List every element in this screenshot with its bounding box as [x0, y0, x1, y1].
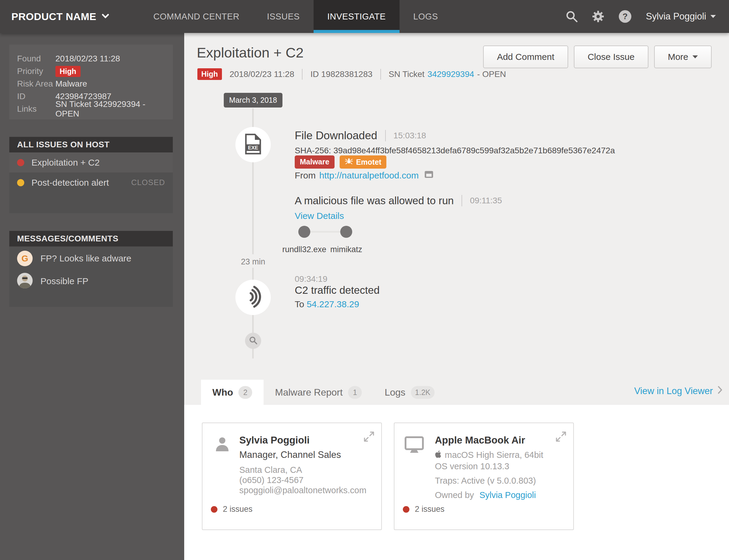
event-file-downloaded: File Downloaded 15:03:18	[295, 129, 426, 142]
user-menu[interactable]: Sylvia Poggioli	[646, 11, 716, 22]
divider	[380, 69, 381, 80]
process-chain: rundll32.exe mimikatz	[295, 226, 385, 256]
tab-logs[interactable]: Logs 1.2K	[373, 380, 446, 405]
nav-right: ? Sylvia Poggioli	[565, 0, 729, 33]
event-title: A malicious file was allowed to run	[295, 195, 454, 207]
comments-header: MESSAGES/COMMENTS	[9, 231, 173, 246]
person-location: Santa Clara, CA	[239, 465, 302, 475]
detail-row-links: Links SN Ticket 3429929394 - OPEN	[9, 103, 173, 115]
monitor-icon	[405, 436, 424, 454]
person-phone: (o650) 123-4567	[239, 475, 303, 485]
product-name: PRODUCT NAME	[11, 11, 96, 22]
expand-icon[interactable]	[555, 431, 567, 444]
event-malicious-run: A malicious file was allowed to run 09:1…	[295, 195, 502, 207]
process-node-mimikatz[interactable]	[340, 226, 352, 238]
issue-row-exploitation[interactable]: Exploitation + C2	[9, 152, 173, 172]
event-time: 09:11:35	[470, 196, 502, 205]
process-label: rundll32.exe	[282, 245, 326, 254]
product-menu[interactable]: PRODUCT NAME	[0, 0, 122, 33]
timeline-node-c2[interactable]	[235, 280, 271, 315]
avatar-photo	[17, 273, 33, 290]
process-label: mimikatz	[330, 245, 362, 254]
ticket-link[interactable]: 3429929394	[427, 69, 474, 79]
device-os: macOS High Sierra, 64bit	[445, 450, 543, 460]
severity-dot-red	[17, 159, 24, 166]
user-name: Sylvia Poggioli	[646, 11, 706, 22]
issues-count: 2 issues	[415, 505, 444, 514]
add-comment-button[interactable]: Add Comment	[483, 46, 568, 68]
source-url-link[interactable]: http://naturalpetfood.com	[319, 170, 419, 181]
event-time: 09:34:19	[295, 274, 327, 284]
action-buttons: Add Comment Close Issue More	[483, 46, 712, 68]
browser-window-icon[interactable]	[424, 170, 434, 181]
nav-item-logs[interactable]: LOGS	[400, 0, 452, 33]
comment-item[interactable]: G FP? Looks like adware	[9, 246, 173, 269]
tab-count-badge: 2	[238, 386, 252, 399]
download-source-row: From http://naturalpetfood.com	[295, 170, 434, 181]
divider	[385, 130, 386, 141]
issues-dot-red	[211, 506, 217, 513]
event-title: C2 traffic detected	[295, 284, 379, 296]
timeline-gap-label: 23 min	[241, 256, 265, 268]
device-owner-row: Owned by Sylvia Poggioli	[435, 490, 536, 500]
comments-panel: MESSAGES/COMMENTS G FP? Looks like adwar…	[9, 231, 173, 307]
help-icon[interactable]: ?	[618, 10, 632, 23]
issues-dot-red	[403, 506, 409, 513]
detail-tabs: Who 2 Malware Report 1 Logs 1.2K	[201, 380, 446, 405]
tab-malware-report[interactable]: Malware Report 1	[264, 380, 373, 405]
nav-item-command-center[interactable]: COMMAND CENTER	[140, 0, 253, 33]
view-details-link[interactable]: View Details	[295, 211, 344, 221]
page-title: Exploitation + C2	[197, 44, 304, 61]
nav-item-investigate[interactable]: INVESTIGATE	[314, 0, 400, 33]
divider	[302, 69, 303, 80]
magnifier-icon	[249, 336, 258, 346]
all-issues-panel: ALL ISSUES ON HOST Exploitation + C2 Pos…	[9, 137, 173, 213]
tab-who[interactable]: Who 2	[201, 380, 264, 405]
chevron-down-icon	[692, 55, 698, 58]
emotet-badge: Emotet	[340, 155, 387, 169]
device-os-row: macOS High Sierra, 64bit	[435, 450, 543, 460]
timeline-end-search[interactable]	[245, 333, 261, 349]
divider	[462, 195, 462, 206]
all-issues-header: ALL ISSUES ON HOST	[9, 137, 173, 152]
timeline-node-file[interactable]: EXE	[235, 127, 271, 162]
chevron-down-icon	[102, 14, 109, 19]
timeline-date-badge: March 3, 2018	[224, 93, 282, 108]
chevron-right-icon	[718, 386, 722, 396]
top-nav: PRODUCT NAME COMMAND CENTER ISSUES INVES…	[0, 0, 729, 33]
issue-details-panel: Found 2018/02/23 11:28 Priority High Ris…	[9, 45, 173, 119]
process-connector	[304, 231, 346, 233]
gear-icon[interactable]	[592, 10, 604, 23]
process-node-rundll32[interactable]	[298, 226, 310, 238]
main-content: Exploitation + C2 High 2018/02/23 11:28 …	[184, 33, 729, 560]
card-footer: 2 issues	[403, 505, 444, 514]
person-name: Sylvia Poggioli	[239, 435, 310, 446]
detail-row-found: Found 2018/02/23 11:28	[9, 52, 173, 65]
issue-timestamp: 2018/02/23 11:28	[230, 69, 294, 79]
device-name: Apple MacBook Air	[435, 435, 525, 446]
person-email-link[interactable]: spoggioli@paloaltonetworks.com	[239, 485, 366, 495]
device-traps-status: Traps: Active (v 5.0.0.803)	[435, 476, 536, 486]
comment-item[interactable]: Possible FP	[9, 269, 173, 292]
more-button[interactable]: More	[654, 46, 712, 68]
destination-ip-link[interactable]: 54.227.38.29	[307, 299, 359, 309]
apple-logo-icon	[435, 450, 441, 460]
event-time: 15:03:18	[394, 131, 426, 140]
c2-destination-row: To 54.227.38.29	[295, 299, 359, 309]
close-issue-button[interactable]: Close Issue	[574, 46, 648, 68]
nav-item-issues[interactable]: ISSUES	[253, 0, 313, 33]
expand-icon[interactable]	[363, 431, 375, 444]
search-icon[interactable]	[565, 10, 578, 23]
priority-badge: High	[197, 68, 222, 80]
device-card: Apple MacBook Air macOS High Sierra, 64b…	[394, 423, 574, 530]
spider-icon	[345, 158, 353, 167]
issue-meta-row: High 2018/02/23 11:28 ID 19828381283 SN …	[197, 68, 506, 80]
tab-count-badge: 1.2K	[411, 386, 435, 399]
issue-row-post-detection[interactable]: Post-detection alert CLOSED	[9, 172, 173, 193]
owner-link[interactable]: Sylvia Poggioli	[480, 490, 536, 500]
sha-256-value: SHA-256: 39ad98e44ff3bfe58f4658213defa67…	[295, 146, 615, 155]
person-icon	[214, 436, 231, 454]
svg-text:?: ?	[623, 12, 628, 21]
view-in-log-viewer-link[interactable]: View in Log Viewer	[634, 386, 722, 396]
threat-badges: Malware Emotet	[295, 155, 386, 169]
